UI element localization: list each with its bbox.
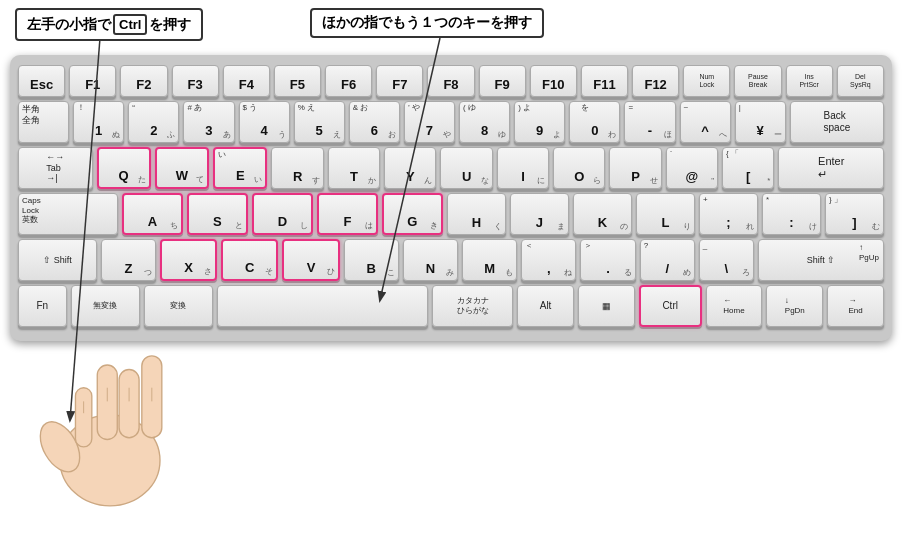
key-win-right[interactable]: ▦ <box>578 285 635 327</box>
key-shift-right[interactable]: Shift ⇧ ↑PgUp <box>758 239 884 281</box>
key-f10[interactable]: F10 <box>530 65 577 97</box>
bottom-row: Fn 無変換 変換 カタカナひらがな Alt ▦ Ctrl ←Home ↓PgD… <box>18 285 884 327</box>
key-q[interactable]: Qた <box>97 147 151 189</box>
key-d[interactable]: Dし <box>252 193 313 235</box>
key-b[interactable]: Bこ <box>344 239 399 281</box>
key-arrow-down[interactable]: ↓PgDn <box>766 285 823 327</box>
key-alt-right[interactable]: Alt <box>517 285 574 327</box>
zxcv-row: ⇧ Shift Zつ Xさ Cそ Vひ Bこ Nみ Mも ＜,ね ＞.る ?/め… <box>18 239 884 281</box>
key-w[interactable]: Wて <box>155 147 209 189</box>
key-f5[interactable]: F5 <box>274 65 321 97</box>
key-katakana[interactable]: カタカナひらがな <box>432 285 513 327</box>
key-numlock[interactable]: NumLock <box>683 65 730 97</box>
key-l[interactable]: Lり <box>636 193 695 235</box>
key-backslash[interactable]: _\ろ <box>699 239 754 281</box>
num-row: 半角全角 ！1ぬ “2ふ # あ3あ $ う4う % え5え & お6お ’ や… <box>18 101 884 143</box>
key-f9[interactable]: F9 <box>479 65 526 97</box>
key-f8[interactable]: F8 <box>427 65 474 97</box>
key-at[interactable]: `@" <box>666 147 718 189</box>
key-8[interactable]: ( ゆ8ゆ <box>459 101 510 143</box>
key-v[interactable]: Vひ <box>282 239 339 281</box>
key-comma[interactable]: ＜,ね <box>521 239 576 281</box>
key-arrow-right[interactable]: →End <box>827 285 884 327</box>
key-u[interactable]: Uな <box>440 147 492 189</box>
key-colon[interactable]: *:け <box>762 193 821 235</box>
key-k[interactable]: Kの <box>573 193 632 235</box>
hand-illustration <box>25 315 195 515</box>
key-caret[interactable]: ~^へ <box>680 101 731 143</box>
callout-right-text: ほかの指でもう１つのキーを押す <box>322 14 532 30</box>
key-henkan[interactable]: 変換 <box>144 285 213 327</box>
key-period[interactable]: ＞.る <box>580 239 635 281</box>
key-f4[interactable]: F4 <box>223 65 270 97</box>
key-t[interactable]: Tか <box>328 147 380 189</box>
key-1[interactable]: ！1ぬ <box>73 101 124 143</box>
key-minus[interactable]: =-ほ <box>624 101 675 143</box>
key-del[interactable]: DelSysRq <box>837 65 884 97</box>
key-o[interactable]: Oら <box>553 147 605 189</box>
svg-point-1 <box>32 415 88 479</box>
key-space[interactable] <box>217 285 428 327</box>
key-7[interactable]: ’ や7や <box>404 101 455 143</box>
svg-rect-5 <box>75 388 91 447</box>
key-6[interactable]: & お6お <box>349 101 400 143</box>
svg-rect-2 <box>119 370 139 438</box>
key-f1[interactable]: F1 <box>69 65 116 97</box>
key-a[interactable]: Aち <box>122 193 183 235</box>
key-backspace[interactable]: Backspace <box>790 101 884 143</box>
svg-rect-4 <box>97 365 117 440</box>
key-f11[interactable]: F11 <box>581 65 628 97</box>
callout-left-suffix: を押す <box>149 16 191 32</box>
key-bracket-l[interactable]: { 「[* <box>722 147 774 189</box>
key-5[interactable]: % え5え <box>294 101 345 143</box>
key-r[interactable]: Rす <box>271 147 323 189</box>
key-f2[interactable]: F2 <box>120 65 167 97</box>
key-s[interactable]: Sと <box>187 193 248 235</box>
key-esc[interactable]: Esc <box>18 65 65 97</box>
key-4[interactable]: $ う4う <box>239 101 290 143</box>
key-f3[interactable]: F3 <box>172 65 219 97</box>
key-fn[interactable]: Fn <box>18 285 67 327</box>
callout-right: ほかの指でもう１つのキーを押す <box>310 8 544 38</box>
key-j[interactable]: Jま <box>510 193 569 235</box>
key-f7[interactable]: F7 <box>376 65 423 97</box>
key-capslock[interactable]: CapsLock英数 <box>18 193 118 235</box>
qwerty-row: ←→Tab→| Qた Wて いEい Rす Tか Yん Uな Iに Oら Pせ `… <box>18 147 884 189</box>
key-semicolon[interactable]: +;れ <box>699 193 758 235</box>
key-e[interactable]: いEい <box>213 147 267 189</box>
key-yen[interactable]: |¥ー <box>735 101 786 143</box>
fn-row: Esc F1 F2 F3 F4 F5 F6 F7 F8 F9 F10 F11 F… <box>18 65 884 97</box>
key-tab[interactable]: ←→Tab→| <box>18 147 93 189</box>
keyboard: Esc F1 F2 F3 F4 F5 F6 F7 F8 F9 F10 F11 F… <box>10 55 892 341</box>
key-bracket-r[interactable]: } 」]む <box>825 193 884 235</box>
key-h[interactable]: Hく <box>447 193 506 235</box>
key-2[interactable]: “2ふ <box>128 101 179 143</box>
key-g[interactable]: Gき <box>382 193 443 235</box>
key-f6[interactable]: F6 <box>325 65 372 97</box>
svg-rect-3 <box>142 356 162 438</box>
key-m[interactable]: Mも <box>462 239 517 281</box>
key-i[interactable]: Iに <box>497 147 549 189</box>
key-c[interactable]: Cそ <box>221 239 278 281</box>
key-p[interactable]: Pせ <box>609 147 661 189</box>
key-hankaku[interactable]: 半角全角 <box>18 101 69 143</box>
key-9[interactable]: ) よ9よ <box>514 101 565 143</box>
key-arrow-left[interactable]: ←Home <box>706 285 763 327</box>
key-shift-left[interactable]: ⇧ Shift <box>18 239 97 281</box>
key-enter[interactable]: Enter↵ <box>778 147 884 189</box>
key-n[interactable]: Nみ <box>403 239 458 281</box>
key-ins[interactable]: InsPrtScr <box>786 65 833 97</box>
key-0[interactable]: を0わ <box>569 101 620 143</box>
key-f12[interactable]: F12 <box>632 65 679 97</box>
key-pause[interactable]: PauseBreak <box>734 65 781 97</box>
key-muhenkan[interactable]: 無変換 <box>71 285 140 327</box>
key-ctrl-right[interactable]: Ctrl <box>639 285 702 327</box>
key-z[interactable]: Zつ <box>101 239 156 281</box>
ctrl-label: Ctrl <box>113 14 147 35</box>
key-f[interactable]: Fは <box>317 193 378 235</box>
key-slash[interactable]: ?/め <box>640 239 695 281</box>
key-3[interactable]: # あ3あ <box>183 101 234 143</box>
key-x[interactable]: Xさ <box>160 239 217 281</box>
asdf-row: CapsLock英数 Aち Sと Dし Fは Gき Hく Jま Kの Lり +;… <box>18 193 884 235</box>
key-y[interactable]: Yん <box>384 147 436 189</box>
